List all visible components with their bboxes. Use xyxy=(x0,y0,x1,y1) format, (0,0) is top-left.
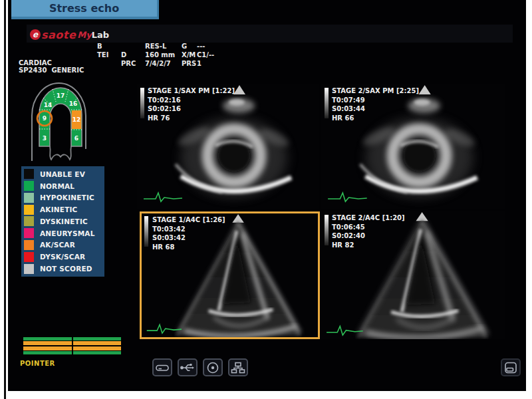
timer-value: T0:06:45 xyxy=(332,223,405,232)
legend-row: DYSK/SCAR xyxy=(24,251,103,262)
quadrant-meta: STAGE 1/A4C [1:26] T0:03:42 S0:03:42 HR … xyxy=(152,215,225,251)
progress-bar-block xyxy=(73,336,122,355)
grayscale-bar xyxy=(144,216,148,247)
pointer-status: POINTER xyxy=(20,360,55,367)
param-dash: --- xyxy=(197,43,205,50)
param-c1: C1/-- xyxy=(197,51,214,59)
segment-6-label[interactable]: 6 xyxy=(74,135,78,142)
heart-rate-value: HR 66 xyxy=(332,114,419,123)
ultrasound-screen: Stress echo e saote My Lab B RES-L G ---… xyxy=(8,0,526,391)
legend-row: DYSKINETIC xyxy=(24,216,103,227)
echo-quadrant-stage1-a4c-selected[interactable]: STAGE 1/A4C [1:26] T0:03:42 S0:03:42 HR … xyxy=(140,211,320,339)
legend-swatch xyxy=(24,264,34,274)
legend-swatch xyxy=(24,181,34,191)
product-lab-text: Lab xyxy=(92,30,109,40)
param-prc-value: 7/4/2/7 xyxy=(145,60,171,67)
legend-swatch xyxy=(24,228,34,238)
esaote-mylab-logo: e saote My Lab xyxy=(30,28,109,41)
heart-rate-value: HR 76 xyxy=(148,114,235,123)
usb-button[interactable] xyxy=(178,358,198,376)
cd-button[interactable] xyxy=(203,358,223,376)
stage-time-value: S0:02:16 xyxy=(148,104,235,114)
network-button[interactable] xyxy=(228,358,248,376)
exam-info: CARDIAC SP2430 GENERIC xyxy=(19,59,84,74)
legend-swatch xyxy=(24,193,34,203)
param-g: G xyxy=(182,43,187,50)
timer-value: T0:07:49 xyxy=(332,96,419,105)
grayscale-bar xyxy=(325,88,329,118)
legend-row: HYPOKINETIC xyxy=(24,192,103,203)
stage-time-value: S0:03:42 xyxy=(152,233,225,243)
quadrant-title: STAGE 1/A4C [1:26] xyxy=(152,215,225,225)
quadrant-meta: STAGE 1/SAX PM [1:22] T0:02:16 S0:02:16 … xyxy=(148,86,235,122)
brand-text: saote xyxy=(41,29,76,41)
tab-stress-echo[interactable]: Stress echo xyxy=(11,0,159,19)
legend-row: UNABLE EV xyxy=(24,169,103,180)
progress-bar-block xyxy=(23,336,72,355)
exam-preset: GENERIC xyxy=(51,66,84,74)
param-depth: 160 mm xyxy=(145,51,175,59)
quadrant-meta: STAGE 2/SAX PM [2:25] T0:07:49 S0:03:44 … xyxy=(332,86,419,122)
product-my-text: My xyxy=(77,30,91,40)
quadrant-title: STAGE 1/SAX PM [1:22] xyxy=(148,86,235,96)
grayscale-bar xyxy=(325,215,329,245)
timer-value: T0:03:42 xyxy=(152,225,225,234)
stage-progress-bars xyxy=(23,336,121,355)
usb-icon xyxy=(180,361,196,374)
quadrant-title: STAGE 2/SAX PM [2:25] xyxy=(332,86,419,96)
param-xm: X/M xyxy=(182,51,196,59)
legend-swatch xyxy=(24,216,34,226)
legend-row: AK/SCAR xyxy=(24,239,103,250)
esaote-e-icon: e xyxy=(30,29,41,40)
disk-button[interactable] xyxy=(501,358,521,376)
segment-12-label[interactable]: 12 xyxy=(72,116,81,123)
legend-row: ANEURYSMAL xyxy=(24,228,103,239)
param-prs-value: 1 xyxy=(197,60,201,67)
legend-row: AKINETIC xyxy=(24,204,103,215)
score-legend: UNABLE EV NORMAL HYPOKINETIC AKINETIC DY… xyxy=(21,166,104,277)
quadrant-meta: STAGE 2/A4C [1:20] T0:06:45 S0:02:40 HR … xyxy=(332,213,405,249)
segment-3-label[interactable]: 3 xyxy=(43,135,47,142)
disk-icon xyxy=(503,361,519,374)
tab-label: Stress echo xyxy=(49,2,119,15)
echo-quadrant-stage2-sax[interactable]: STAGE 2/SAX PM [2:25] T0:07:49 S0:03:44 … xyxy=(321,84,505,209)
legend-swatch xyxy=(24,169,34,179)
stage-time-value: S0:03:44 xyxy=(332,104,419,114)
param-prs: PRS xyxy=(182,60,196,67)
stage-time-value: S0:02:40 xyxy=(332,231,405,241)
param-mode: B xyxy=(97,43,102,50)
exam-probe: SP2430 xyxy=(19,66,47,74)
segment-17-label[interactable]: 17 xyxy=(57,92,65,99)
heart-rate-value: HR 68 xyxy=(152,243,225,252)
heart-rate-value: HR 82 xyxy=(332,241,405,250)
param-prc: PRC xyxy=(121,60,136,67)
quadrant-title: STAGE 2/A4C [1:20] xyxy=(332,213,405,223)
media-drive-button[interactable] xyxy=(152,358,172,376)
param-d: D xyxy=(121,51,126,59)
legend-swatch xyxy=(24,240,34,250)
figure-border-line xyxy=(4,0,6,399)
segment-16-label[interactable]: 16 xyxy=(69,100,78,107)
segment-14-label[interactable]: 14 xyxy=(44,102,53,108)
grayscale-bar xyxy=(140,88,144,118)
legend-row: NOT SCORED xyxy=(24,263,103,274)
segment-9-label[interactable]: 9 xyxy=(43,115,47,122)
echo-quadrant-stage1-sax[interactable]: STAGE 1/SAX PM [1:22] T0:02:16 S0:02:16 … xyxy=(137,84,319,209)
segment-diagram[interactable]: 17 14 16 9 12 3 6 xyxy=(23,80,94,165)
param-tei: TEI xyxy=(97,51,108,59)
cd-icon xyxy=(205,361,221,374)
legend-row: NORMAL xyxy=(24,181,103,192)
exam-application: CARDIAC xyxy=(19,59,84,66)
media-drive-icon xyxy=(154,361,170,374)
timer-value: T0:02:16 xyxy=(148,96,235,105)
param-res: RES-L xyxy=(145,43,166,50)
network-icon xyxy=(230,361,246,374)
legend-swatch xyxy=(24,205,34,215)
echo-quadrant-stage2-a4c[interactable]: STAGE 2/A4C [1:20] T0:06:45 S0:02:40 HR … xyxy=(321,211,505,339)
legend-swatch xyxy=(24,252,34,262)
